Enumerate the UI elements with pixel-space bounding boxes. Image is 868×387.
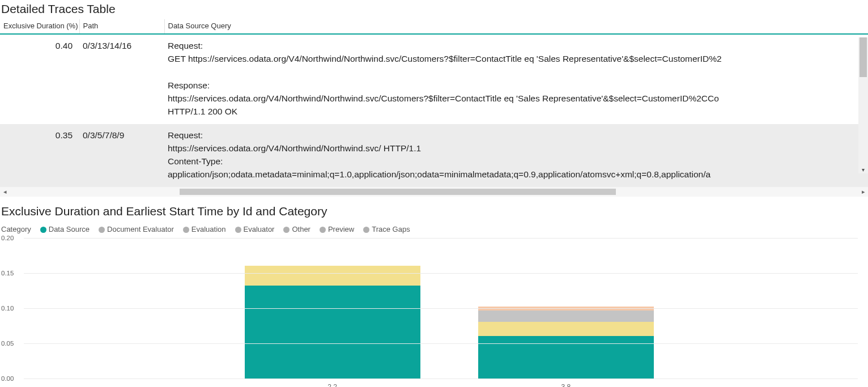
legend-swatch-icon [235, 227, 241, 233]
cell-path: 0/3/13/14/16 [79, 34, 164, 124]
legend-swatch-icon [320, 227, 326, 233]
chart-gridline [24, 379, 858, 379]
legend-item-preview[interactable]: Preview [320, 225, 354, 233]
legend-label: Category [1, 225, 31, 233]
scroll-down-icon[interactable]: ▾ [860, 167, 866, 173]
legend-item-label: Evaluation [192, 225, 226, 233]
table-row[interactable]: 0.35 0/3/5/7/8/9 Request: https://servic… [0, 124, 868, 187]
horizontal-scrollbar[interactable]: ◂ ▸ [0, 187, 868, 197]
vertical-scroll-thumb[interactable] [860, 37, 867, 77]
y-axis-tick: 0.15 [1, 270, 14, 277]
cell-duration: 0.40 [0, 34, 79, 124]
cell-query: Request: https://services.odata.org/V4/N… [164, 124, 868, 187]
chart-legend: Category Data Source Document Evaluator … [0, 222, 868, 235]
traces-table-wrap: Exclusive Duration (%) Path Data Source … [0, 19, 868, 187]
legend-item-label: Other [292, 225, 310, 233]
legend-swatch-icon [99, 227, 105, 233]
legend-item-label: Evaluator [244, 225, 275, 233]
cell-query: Request: GET https://services.odata.org/… [164, 34, 868, 124]
legend-item-label: Trace Gaps [372, 225, 410, 233]
chart-bar-segment [478, 311, 654, 322]
col-header-duration[interactable]: Exclusive Duration (%) [0, 19, 79, 34]
chart-area[interactable]: 0.000.050.100.150.202.23.8 [1, 238, 868, 388]
traces-table: Exclusive Duration (%) Path Data Source … [0, 19, 868, 187]
chart-bar-segment [478, 307, 654, 311]
chart-gridline [24, 273, 858, 274]
col-header-query[interactable]: Data Source Query [164, 19, 868, 34]
scroll-right-icon[interactable]: ▸ [858, 188, 868, 195]
legend-item-label: Data Source [49, 225, 90, 233]
chart-bar-segment [245, 286, 420, 379]
table-row[interactable]: 0.40 0/3/13/14/16 Request: GET https://s… [0, 34, 868, 124]
legend-item-label: Preview [328, 225, 354, 233]
y-axis-tick: 0.00 [1, 375, 14, 382]
y-axis-tick: 0.10 [1, 305, 14, 312]
legend-swatch-icon [363, 227, 369, 233]
traces-title: Detailed Traces Table [0, 0, 868, 19]
legend-swatch-icon [283, 227, 290, 233]
legend-item-document-evaluator[interactable]: Document Evaluator [99, 225, 174, 233]
legend-item-evaluation[interactable]: Evaluation [183, 225, 226, 233]
col-header-path[interactable]: Path [79, 19, 164, 34]
chart-gridline [24, 238, 858, 239]
vertical-scrollbar[interactable]: ▴ ▾ [858, 37, 868, 173]
chart-gridline [24, 343, 858, 344]
legend-item-evaluator[interactable]: Evaluator [235, 225, 275, 233]
col-header-duration-label: Exclusive Duration (%) [3, 22, 78, 30]
horizontal-scroll-thumb[interactable] [180, 189, 616, 195]
cell-path: 0/3/5/7/8/9 [79, 124, 164, 187]
horizontal-scroll-track[interactable] [10, 187, 858, 197]
chart-title: Exclusive Duration and Earliest Start Ti… [0, 202, 868, 222]
chart-bar-segment [478, 322, 654, 336]
y-axis-tick: 0.05 [1, 340, 14, 347]
y-axis-tick: 0.20 [1, 235, 14, 241]
legend-swatch-icon [40, 227, 46, 233]
legend-item-other[interactable]: Other [283, 225, 310, 233]
cell-duration: 0.35 [0, 124, 79, 187]
chart-gridline [24, 308, 858, 309]
chart-bar-segment [478, 336, 654, 378]
x-axis-tick: 2.2 [327, 383, 337, 388]
scroll-left-icon[interactable]: ◂ [0, 188, 10, 195]
legend-item-trace-gaps[interactable]: Trace Gaps [363, 225, 410, 233]
x-axis-tick: 3.8 [561, 383, 571, 388]
legend-swatch-icon [183, 227, 189, 233]
chart-bar-segment [245, 266, 420, 286]
legend-item-label: Document Evaluator [107, 225, 174, 233]
legend-item-data-source[interactable]: Data Source [40, 225, 90, 233]
